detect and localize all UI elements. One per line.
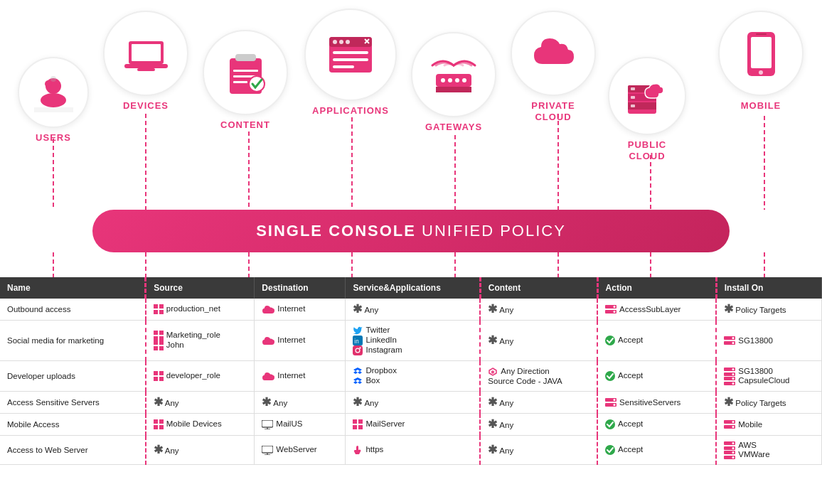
- svg-rect-102: [154, 419, 158, 424]
- banner-text: SINGLE CONSOLE UNIFIED POLICY: [256, 222, 566, 240]
- svg-point-45: [455, 78, 459, 82]
- cell-name: Social media for marketing: [0, 321, 146, 361]
- public-cloud-icon-container: PUBLICCLOUD: [608, 57, 686, 161]
- table-row: Access to Web Server✱Any WebServer https…: [0, 436, 822, 465]
- cell-destination: ✱Any: [255, 392, 346, 414]
- cell-action: AccessSubLayer: [597, 299, 716, 321]
- svg-point-97: [732, 382, 735, 385]
- svg-rect-106: [262, 420, 273, 427]
- cell-service: Dropbox Box: [346, 361, 480, 392]
- svg-rect-60: [154, 310, 158, 314]
- svg-point-36: [333, 40, 337, 44]
- cell-destination: Internet: [255, 361, 346, 392]
- devices-label: DEVICES: [123, 100, 169, 111]
- svg-rect-103: [159, 419, 164, 424]
- cell-content: ✱Any: [480, 299, 597, 321]
- cell-install-on: Mobile: [716, 414, 821, 436]
- svg-rect-27: [233, 70, 258, 72]
- svg-rect-24: [137, 68, 155, 71]
- svg-rect-70: [154, 341, 158, 345]
- cell-action: Accept: [597, 436, 716, 465]
- svg-point-46: [462, 78, 466, 82]
- svg-point-96: [732, 377, 735, 380]
- policy-table: Name Source Destination Service&Applicat…: [0, 277, 822, 504]
- svg-rect-105: [159, 425, 164, 429]
- cell-install-on: SG13800 CapsuleCloud: [716, 361, 821, 392]
- cell-name: Outbound access: [0, 299, 146, 321]
- svg-point-64: [614, 306, 616, 308]
- svg-rect-118: [262, 446, 273, 453]
- private-cloud-icon-container: PRIVATECLOUD: [511, 11, 596, 122]
- cell-source: ✱Any: [146, 436, 255, 465]
- svg-point-101: [614, 404, 616, 406]
- applications-label: APPLICATIONS: [312, 105, 389, 116]
- svg-rect-84: [154, 371, 158, 375]
- svg-rect-35: [333, 65, 354, 68]
- table-row: Mobile Access Mobile Devices MailUS Mail…: [0, 414, 822, 436]
- cell-install-on: SG13800: [716, 321, 821, 361]
- svg-point-93: [732, 373, 735, 375]
- table-row: Developer uploads developer_role Interne…: [0, 361, 822, 392]
- svg-point-116: [732, 421, 735, 423]
- devices-icon-container: DEVICES: [103, 11, 188, 111]
- svg-point-100: [614, 399, 616, 401]
- svg-point-19: [45, 80, 52, 87]
- cell-content: ✱ Any DirectionSource Code - JAVA: [480, 361, 597, 392]
- svg-point-44: [448, 78, 452, 82]
- svg-rect-111: [353, 425, 357, 429]
- gateways-icon-container: GATEWAYS: [411, 32, 496, 132]
- mobile-icon-container: MOBILE: [718, 11, 804, 111]
- cell-install-on: ✱Policy Targets: [716, 392, 821, 414]
- cell-source: ✱Any: [146, 392, 255, 414]
- svg-rect-73: [159, 346, 164, 350]
- cell-service: TwitterinLinkedInInstagram: [346, 321, 480, 361]
- svg-text:✱: ✱: [491, 370, 495, 375]
- svg-point-83: [732, 342, 735, 344]
- cell-destination: Internet: [255, 299, 346, 321]
- cell-content: ✱Any: [480, 392, 597, 414]
- cell-destination: WebServer: [255, 436, 346, 465]
- svg-point-38: [346, 40, 350, 44]
- svg-rect-87: [159, 377, 164, 381]
- svg-rect-72: [154, 346, 158, 350]
- content-icon-container: CONTENT: [203, 30, 288, 130]
- svg-point-43: [441, 78, 445, 82]
- cell-destination: Internet: [255, 321, 346, 361]
- svg-point-129: [732, 456, 735, 459]
- svg-point-124: [732, 442, 735, 444]
- users-icon-container: USERS: [18, 57, 89, 143]
- table-row: Social media for marketing Marketing_rol…: [0, 321, 822, 361]
- cell-action: Accept: [597, 361, 716, 392]
- svg-point-20: [50, 76, 56, 82]
- cell-service: https: [346, 436, 480, 465]
- cell-content: ✱Any: [480, 414, 597, 436]
- applications-icon-container: APPLICATIONS: [304, 9, 397, 116]
- svg-rect-22: [132, 44, 161, 61]
- svg-rect-58: [154, 304, 158, 309]
- cell-action: Accept: [597, 414, 716, 436]
- cell-source: developer_role: [146, 361, 255, 392]
- cell-name: Developer uploads: [0, 361, 146, 392]
- table-row: Outbound access production_net Internet✱…: [0, 299, 822, 321]
- svg-point-117: [732, 426, 735, 428]
- cell-install-on: AWS VMWare: [716, 436, 821, 465]
- svg-point-56: [759, 70, 763, 75]
- col-name: Name: [0, 277, 146, 299]
- svg-rect-86: [154, 377, 158, 381]
- svg-rect-59: [159, 304, 164, 309]
- svg-point-128: [732, 451, 735, 454]
- cell-service: MailServer: [346, 414, 480, 436]
- col-service: Service&Applications: [346, 277, 480, 299]
- cell-service: ✱Any: [346, 299, 480, 321]
- svg-point-37: [339, 40, 343, 44]
- svg-rect-112: [358, 425, 363, 429]
- svg-point-17: [41, 93, 66, 107]
- svg-rect-53: [631, 104, 635, 107]
- gateways-label: GATEWAYS: [425, 122, 482, 132]
- banner-bold: SINGLE CONSOLE: [256, 222, 416, 240]
- cell-action: Accept: [597, 321, 716, 361]
- cell-content: ✱Any: [480, 321, 597, 361]
- svg-rect-71: [159, 341, 164, 345]
- svg-rect-42: [436, 87, 471, 92]
- svg-rect-66: [154, 331, 158, 335]
